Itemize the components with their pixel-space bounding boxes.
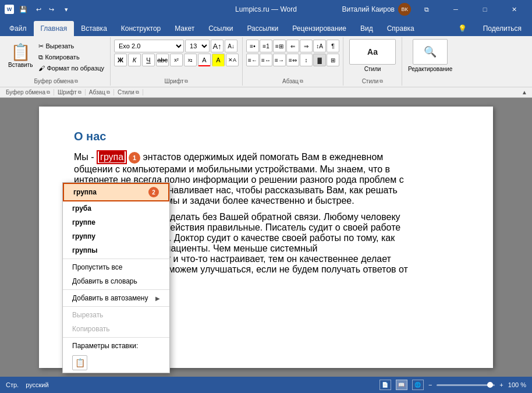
bold-button[interactable]: Ж [114, 54, 127, 66]
superscript-button[interactable]: x² [170, 54, 183, 66]
autocorrect-arrow-icon: ▶ [155, 295, 160, 302]
close-button[interactable]: ✕ [501, 0, 527, 19]
copy-ctx-button: Копировать [63, 322, 169, 336]
collapse-ribbon-button[interactable]: ▲ [519, 89, 530, 95]
font-group: Exo 2.0 13 A↑ A↓ Ж К Ч abc x² x₂ А А ✕A [111, 37, 243, 86]
indent-button[interactable]: ⇒ [300, 40, 313, 52]
ribbon: 📋 Вставить ✂ Вырезать ⧉ Копировать 🖌 Фор… [0, 36, 532, 87]
justify-button[interactable]: ≡⇔ [286, 54, 299, 66]
style-preview: Аа [349, 39, 396, 65]
tab-home[interactable]: Главная [34, 21, 75, 36]
font-color-button[interactable]: А [198, 54, 211, 66]
suggestion-группа-label: группа [73, 188, 97, 196]
highlight-button[interactable]: А [212, 54, 225, 66]
ctx-divider-3 [63, 306, 169, 307]
tab-layout[interactable]: Макет [168, 21, 201, 36]
callout-1: 1 [129, 152, 140, 164]
tab-share[interactable]: Поделиться [476, 21, 529, 36]
save-button[interactable]: 💾 [17, 3, 29, 15]
subscript-button[interactable]: x₂ [184, 54, 197, 66]
bullets-button[interactable]: ≡• [246, 40, 259, 52]
font-size-select[interactable]: 13 [185, 40, 210, 52]
ribbon-tabs: Файл Главная Вставка Конструктор Макет С… [0, 19, 532, 36]
zoom-minus-icon[interactable]: − [428, 381, 432, 388]
styles-button[interactable]: Аа Стили [347, 38, 398, 72]
tab-review[interactable]: Рецензирование [285, 21, 353, 36]
decrease-font-button[interactable]: A↓ [225, 40, 237, 52]
italic-button[interactable]: К [128, 54, 141, 66]
cut-icon: ✂ [38, 43, 44, 50]
styles-label-bar: Стили ⧉ [343, 78, 402, 84]
paste-options-button[interactable]: Параметры вставки: [63, 339, 169, 353]
tab-design[interactable]: Конструктор [114, 21, 168, 36]
cut-button[interactable]: ✂ Вырезать [36, 41, 107, 51]
align-right-button[interactable]: ≡→ [273, 54, 286, 66]
tab-file[interactable]: Файл [2, 21, 34, 36]
undo-redo-group: ↩ ↪ [33, 3, 57, 15]
shading-button[interactable]: ▓ [313, 54, 326, 66]
zoom-plus-icon[interactable]: + [499, 381, 503, 388]
multilevel-button[interactable]: ≡⊞ [273, 40, 286, 52]
styles-expand-icon[interactable]: ⧉ [380, 79, 383, 84]
align-center-button[interactable]: ≡↔ [260, 54, 272, 66]
line-spacing-button[interactable]: ↕ [300, 54, 313, 66]
font-expand-icon[interactable]: ⧉ [185, 79, 188, 84]
suggestion-группа[interactable]: группа 2 [63, 183, 169, 201]
font-name-select[interactable]: Exo 2.0 [114, 40, 184, 52]
ctx-divider-2 [63, 289, 169, 290]
underline-button[interactable]: Ч [142, 54, 155, 66]
suggestion-группы[interactable]: группы [63, 243, 169, 257]
zoom-thumb[interactable] [487, 382, 493, 388]
paste-button[interactable]: 📋 Вставить [6, 38, 35, 72]
view-web-button[interactable]: 🌐 [412, 380, 424, 390]
skip-all-button[interactable]: Пропустить все [63, 260, 169, 274]
view-read-button[interactable]: 📖 [396, 380, 407, 390]
autocorrect-button[interactable]: Добавить в автозамену ▶ [63, 291, 169, 305]
styles-section-expand[interactable]: ⧉ [136, 90, 139, 95]
clipboard-small-btns: ✂ Вырезать ⧉ Копировать 🖌 Формат по обра… [36, 41, 107, 73]
add-to-dictionary-button[interactable]: Добавить в словарь [63, 274, 169, 288]
font-format-row: Ж К Ч abc x² x₂ А А ✕A [114, 54, 239, 66]
undo-button[interactable]: ↩ [33, 3, 44, 15]
suggestion-группу[interactable]: группу [63, 229, 169, 243]
align-left-button[interactable]: ≡← [246, 54, 259, 66]
paste-icon-1[interactable]: 📋 [72, 355, 87, 370]
tab-insert[interactable]: Вставка [74, 21, 114, 36]
sort-button[interactable]: ↕A [313, 40, 326, 52]
highlighted-word: група [99, 151, 125, 162]
show-marks-button[interactable]: ¶ [327, 40, 339, 52]
font-section-expand[interactable]: ⧉ [78, 90, 81, 95]
window-title: Lumpics.ru — Word [235, 5, 297, 13]
view-layout-button[interactable]: 📄 [380, 380, 391, 390]
suggestion-груба[interactable]: груба [63, 201, 169, 215]
suggestion-группе[interactable]: группе [63, 215, 169, 229]
user-avatar: ВК [398, 3, 411, 16]
restore-button[interactable]: ⧉ [413, 0, 440, 19]
para-section-expand[interactable]: ⧉ [107, 90, 110, 95]
tab-help[interactable]: Справка [380, 21, 421, 36]
strikethrough-button[interactable]: abc [156, 54, 169, 66]
format-painter-button[interactable]: 🖌 Формат по образцу [36, 63, 107, 73]
borders-button[interactable]: ⊞ [327, 54, 339, 66]
tab-references[interactable]: Ссылки [201, 21, 240, 36]
redo-button[interactable]: ↪ [45, 3, 57, 15]
para-expand-icon[interactable]: ⧉ [300, 79, 303, 84]
customize-button[interactable]: ▾ [61, 3, 72, 15]
skip-all-label: Пропустить все [72, 263, 123, 271]
find-button[interactable]: 🔍 Редактирование [406, 38, 455, 72]
numbering-button[interactable]: ≡1 [260, 40, 272, 52]
tab-view[interactable]: Вид [353, 21, 380, 36]
clipboard-expand-icon[interactable]: ⧉ [75, 79, 78, 84]
increase-font-button[interactable]: A↑ [211, 40, 224, 52]
outdent-button[interactable]: ⇐ [286, 40, 299, 52]
maximize-button[interactable]: □ [471, 0, 498, 19]
clipboard-section-expand[interactable]: ⧉ [47, 90, 50, 95]
styles-group: Аа Стили Стили ⧉ [343, 37, 402, 86]
tab-lightbulb[interactable]: 💡 [451, 21, 474, 36]
para1-pre: Мы - [74, 152, 97, 162]
tab-mailings[interactable]: Рассылки [240, 21, 285, 36]
clear-format-button[interactable]: ✕A [226, 54, 239, 66]
minimize-button[interactable]: ─ [442, 0, 469, 19]
copy-button[interactable]: ⧉ Копировать [36, 52, 107, 62]
zoom-slider[interactable] [437, 384, 495, 386]
